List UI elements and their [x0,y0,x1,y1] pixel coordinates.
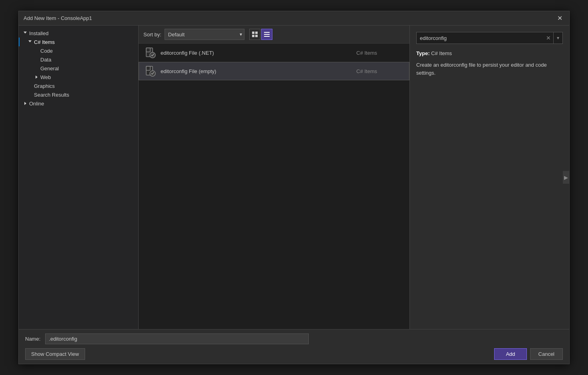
svg-rect-5 [264,34,270,35]
svg-rect-1 [255,32,258,34]
content-area: InstalledC# ItemsCodeDataGeneralWebGraph… [19,26,569,329]
expand-arrow-web [33,74,40,80]
right-panel-collapse-arrow[interactable]: ▶ [563,171,569,184]
item-icon-editorconfig-empty [144,65,157,77]
item-category-editorconfig-empty: C# Items [356,68,404,74]
tree-label-search-results: Search Results [34,92,69,98]
sidebar: InstalledC# ItemsCodeDataGeneralWebGraph… [19,26,139,329]
compact-view-button[interactable]: Show Compact View [25,348,85,360]
expand-arrow-installed [22,30,28,36]
info-type-label: Type: [416,50,430,56]
name-input[interactable] [45,333,309,344]
tree-label-web: Web [40,74,51,80]
expand-spacer [33,56,40,63]
item-category-editorconfig-net: C# Items [356,50,404,56]
sidebar-item-code[interactable]: Code [19,46,138,55]
arrow-shape [28,40,32,44]
sidebar-item-installed[interactable]: Installed [19,29,138,38]
svg-rect-6 [264,36,270,37]
main-content: Sort by: Default Name Type [139,26,409,329]
cancel-button[interactable]: Cancel [530,348,563,360]
expand-arrow-c-sharp-items [27,39,33,45]
add-button[interactable]: Add [494,348,526,360]
svg-rect-0 [252,32,254,34]
tree-label-online: Online [29,101,44,107]
sort-label: Sort by: [143,32,161,38]
view-buttons [249,29,272,40]
arrow-shape [24,32,27,35]
bottom-area: Name: Show Compact View Add Cancel [19,329,569,364]
tree-label-installed: Installed [29,30,48,36]
svg-rect-11 [146,66,150,70]
sidebar-item-web[interactable]: Web [19,73,138,81]
expand-spacer [33,65,40,71]
arrow-shape [24,102,26,105]
action-buttons: Add Cancel [494,348,563,360]
info-description: Create an editorconfig file to persist y… [416,61,563,77]
sidebar-item-online[interactable]: Online [19,99,138,108]
list-view-button[interactable] [261,29,272,40]
toolbar: Sort by: Default Name Type [139,26,409,44]
sidebar-item-graphics[interactable]: Graphics [19,81,138,90]
arrow-shape [36,75,38,79]
action-row: Show Compact View Add Cancel [25,348,563,360]
expand-spacer [27,83,33,89]
item-name-editorconfig-empty: editorconfig File (empty) [161,68,356,74]
name-label: Name: [25,336,40,342]
titlebar: Add New Item - ConsoleApp1 ✕ [19,11,569,26]
right-panel: ✕ ▾ Type: C# Items Create an editorconfi… [409,26,569,329]
list-item-editorconfig-net[interactable]: editorconfig File (.NET)C# Items [139,44,409,62]
item-icon-editorconfig-net [144,46,157,59]
sort-select[interactable]: Default Name Type [165,29,244,40]
search-input[interactable] [417,33,544,43]
sidebar-item-c-sharp-items[interactable]: C# Items [19,38,138,46]
sidebar-item-general[interactable]: General [19,64,138,73]
expand-spacer [27,91,33,98]
search-clear-button[interactable]: ✕ [544,35,553,41]
svg-rect-2 [252,35,254,37]
items-list: editorconfig File (.NET)C# Items editorc… [139,44,409,329]
close-button[interactable]: ✕ [555,14,564,23]
search-bar: ✕ ▾ [416,32,563,44]
grid-view-button[interactable] [249,29,260,40]
tree-label-code: Code [40,48,53,54]
search-dropdown-button[interactable]: ▾ [553,32,562,44]
tree-label-general: General [40,65,59,71]
dialog-title: Add New Item - ConsoleApp1 [24,15,92,21]
expand-arrow-online [22,100,28,107]
sidebar-item-data[interactable]: Data [19,55,138,64]
tree-label-graphics: Graphics [34,83,55,89]
info-type-value: C# Items [431,50,452,56]
svg-rect-3 [255,35,258,37]
tree-label-c-sharp-items: C# Items [34,39,55,45]
list-item-editorconfig-empty[interactable]: editorconfig File (empty)C# Items [139,62,409,80]
tree-label-data: Data [40,57,51,63]
item-name-editorconfig-net: editorconfig File (.NET) [161,50,356,56]
svg-rect-4 [264,32,270,33]
add-new-item-dialog: Add New Item - ConsoleApp1 ✕ InstalledC#… [18,11,570,364]
expand-spacer [33,48,40,54]
info-type: Type: C# Items [416,50,563,56]
name-row: Name: [25,333,563,344]
svg-rect-8 [146,48,150,52]
sort-select-wrapper: Default Name Type [165,29,244,40]
sidebar-item-search-results[interactable]: Search Results [19,90,138,99]
